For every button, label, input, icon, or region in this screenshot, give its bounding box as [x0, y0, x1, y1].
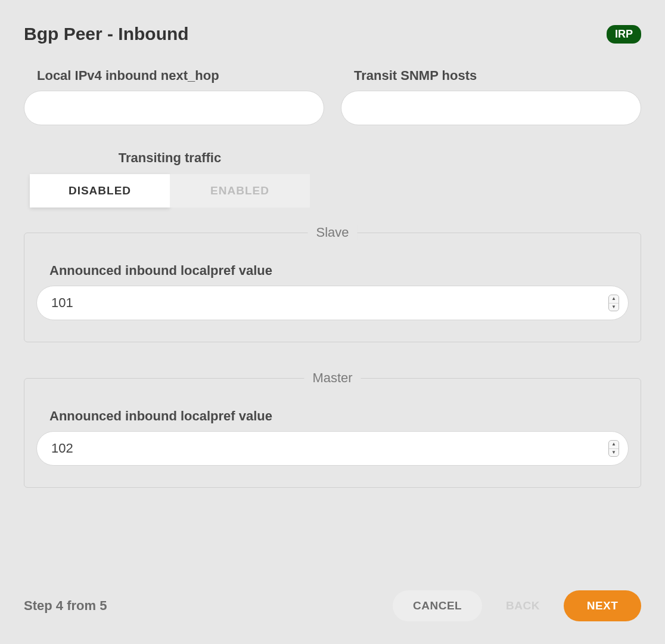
- slave-localpref-step-up-icon[interactable]: ▲: [609, 295, 619, 304]
- master-localpref-label: Announced inbound localpref value: [49, 408, 629, 424]
- slave-localpref-step-down-icon[interactable]: ▼: [609, 304, 619, 311]
- master-localpref-stepper: ▲ ▼: [608, 440, 619, 457]
- slave-localpref-label: Announced inbound localpref value: [49, 263, 629, 278]
- local-ipv4-next-hop-label: Local IPv4 inbound next_hop: [37, 68, 324, 83]
- cancel-button[interactable]: CANCEL: [393, 590, 482, 621]
- transiting-traffic-toggle: DISABLED ENABLED: [30, 174, 310, 208]
- slave-localpref-stepper: ▲ ▼: [608, 295, 619, 311]
- local-ipv4-next-hop-input[interactable]: [24, 91, 324, 125]
- slave-localpref-input[interactable]: [36, 286, 629, 320]
- master-localpref-step-up-icon[interactable]: ▲: [609, 441, 619, 449]
- transiting-traffic-label: Transiting traffic: [30, 150, 310, 166]
- next-button[interactable]: NEXT: [564, 590, 641, 621]
- master-localpref-step-down-icon[interactable]: ▼: [609, 449, 619, 457]
- transiting-traffic-disabled-button[interactable]: DISABLED: [30, 174, 170, 208]
- master-fieldset: Master Announced inbound localpref value…: [24, 378, 641, 488]
- step-indicator: Step 4 from 5: [24, 598, 107, 614]
- transit-snmp-hosts-input[interactable]: [341, 91, 641, 125]
- slave-legend: Slave: [307, 225, 357, 240]
- master-legend: Master: [304, 370, 361, 386]
- slave-fieldset: Slave Announced inbound localpref value …: [24, 233, 641, 342]
- transiting-traffic-enabled-button[interactable]: ENABLED: [170, 174, 310, 208]
- transit-snmp-hosts-label: Transit SNMP hosts: [354, 68, 641, 83]
- irp-badge: IRP: [607, 25, 641, 44]
- page-title: Bgp Peer - Inbound: [24, 24, 189, 44]
- back-button[interactable]: BACK: [488, 590, 558, 621]
- master-localpref-input[interactable]: [36, 431, 629, 466]
